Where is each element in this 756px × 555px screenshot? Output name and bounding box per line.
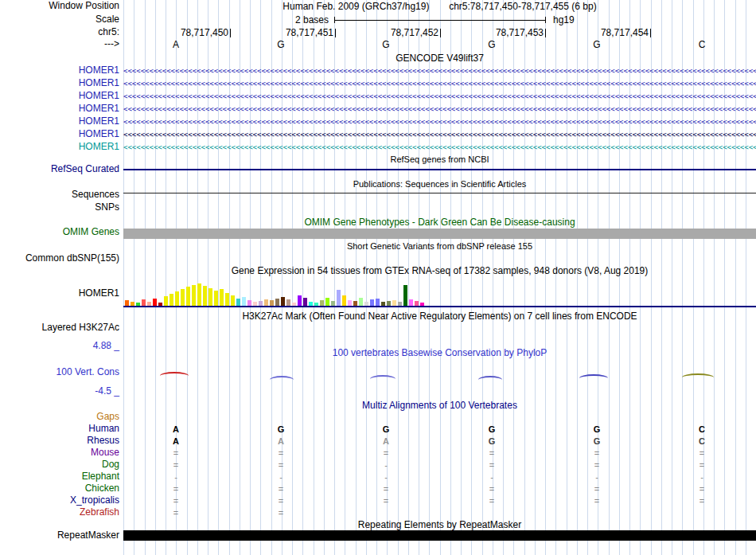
- gene-track-row[interactable]: <<<<<<<<<<<<<<<<<<<<<<<<<<<<<<<<<<<<<<<<…: [123, 129, 756, 140]
- gene-track-row[interactable]: <<<<<<<<<<<<<<<<<<<<<<<<<<<<<<<<<<<<<<<<…: [123, 116, 756, 127]
- gtex-tissue-bar[interactable]: [170, 294, 173, 306]
- gtex-tissue-bar[interactable]: [281, 297, 285, 306]
- alignment-token: =: [274, 483, 288, 494]
- species-label[interactable]: Human: [88, 424, 119, 434]
- gtex-tissue-bar[interactable]: [320, 300, 324, 306]
- repeatmasker-track-title: Repeating Elements by RepeatMasker: [123, 519, 756, 530]
- gtex-tissue-bar[interactable]: [409, 299, 413, 306]
- gtex-tissue-bar[interactable]: [325, 298, 329, 306]
- base-letter: A: [168, 39, 184, 50]
- refseq-gene-bar[interactable]: [123, 169, 756, 170]
- gtex-tissue-bar[interactable]: [337, 290, 341, 306]
- phylop-track-label[interactable]: 100 Vert. Cons: [57, 367, 119, 377]
- gtex-tissue-bar[interactable]: [203, 286, 207, 306]
- gene-track-label[interactable]: HOMER1: [79, 78, 119, 88]
- gtex-tissue-bar[interactable]: [348, 300, 352, 306]
- gtex-tissue-bar[interactable]: [392, 300, 396, 306]
- gtex-tissue-bar[interactable]: [214, 291, 218, 306]
- gene-track-row[interactable]: <<<<<<<<<<<<<<<<<<<<<<<<<<<<<<<<<<<<<<<<…: [123, 142, 756, 153]
- coordinate-tick: [440, 29, 441, 37]
- refseq-track-label[interactable]: RefSeq Curated: [51, 164, 119, 174]
- species-label[interactable]: Chicken: [85, 483, 119, 494]
- gtex-tissue-bar[interactable]: [370, 299, 374, 306]
- window-position-label: Window Position: [49, 1, 119, 11]
- gtex-tissue-bar[interactable]: [164, 296, 168, 306]
- gtex-tissue-bar[interactable]: [275, 299, 279, 306]
- gtex-tissue-bar[interactable]: [376, 299, 380, 306]
- gene-track-label[interactable]: HOMER1: [79, 116, 119, 127]
- repeatmasker-bar[interactable]: [123, 530, 756, 541]
- species-label[interactable]: Zebrafish: [80, 507, 119, 518]
- gene-track-row[interactable]: <<<<<<<<<<<<<<<<<<<<<<<<<<<<<<<<<<<<<<<<…: [123, 78, 756, 89]
- gtex-tissue-bar[interactable]: [270, 300, 274, 306]
- gtex-tissue-bar[interactable]: [208, 288, 212, 306]
- gtex-tissue-bar[interactable]: [286, 299, 290, 306]
- gtex-tissue-bar[interactable]: [220, 289, 224, 306]
- gtex-tissue-bar[interactable]: [153, 299, 157, 306]
- gtex-tissue-bar[interactable]: [181, 289, 185, 306]
- alignment-token: =: [379, 448, 393, 459]
- gene-track-label[interactable]: HOMER1: [79, 129, 119, 139]
- dbsnp-track-label[interactable]: Common dbSNP(155): [25, 253, 119, 264]
- gtex-tissue-bar[interactable]: [247, 300, 251, 306]
- gtex-tissue-bar[interactable]: [242, 297, 246, 306]
- gtex-tissue-bar[interactable]: [303, 298, 307, 306]
- alignment-token: =: [169, 459, 183, 471]
- omim-gene-bar[interactable]: [123, 229, 756, 239]
- gtex-tissue-bar[interactable]: [298, 295, 302, 306]
- gtex-tissue-bar[interactable]: [175, 291, 179, 306]
- snps-track-label[interactable]: SNPs: [95, 202, 119, 213]
- phylop-max-label: 4.88 _: [93, 341, 119, 351]
- gene-track-row[interactable]: <<<<<<<<<<<<<<<<<<<<<<<<<<<<<<<<<<<<<<<<…: [123, 104, 756, 115]
- omim-track-label[interactable]: OMIM Genes: [63, 227, 119, 237]
- h3k27ac-track-label[interactable]: Layered H3K27Ac: [42, 322, 119, 333]
- gtex-tissue-bar[interactable]: [197, 283, 201, 306]
- assembly-tag: hg19: [553, 14, 575, 25]
- gtex-tissue-bar[interactable]: [225, 293, 229, 306]
- gtex-tissue-bar[interactable]: [236, 299, 240, 306]
- species-label[interactable]: Gaps: [96, 412, 119, 422]
- gene-track-label[interactable]: HOMER1: [79, 65, 119, 76]
- gtex-tissue-bar[interactable]: [125, 300, 129, 306]
- coordinate-label: 78,717,453: [456, 27, 544, 38]
- gene-track-label[interactable]: HOMER1: [79, 142, 119, 152]
- gene-track-label[interactable]: HOMER1: [79, 104, 119, 114]
- repeatmasker-track-label[interactable]: RepeatMasker: [57, 530, 119, 541]
- gtex-tissue-bar[interactable]: [231, 295, 235, 306]
- alignment-token: C: [695, 436, 709, 447]
- publications-bar[interactable]: [123, 193, 756, 193]
- gtex-tissue-bar[interactable]: [186, 287, 190, 306]
- alignment-token: A: [169, 424, 183, 435]
- alignment-token: G: [590, 424, 604, 435]
- alignment-token: =: [169, 495, 183, 506]
- sequences-track-label[interactable]: Sequences: [72, 190, 119, 200]
- coordinate-label: 78,717,452: [351, 27, 438, 38]
- gtex-tissue-bar[interactable]: [403, 285, 407, 306]
- alignment-token: =: [274, 448, 288, 459]
- alignment-token: =: [695, 448, 709, 459]
- alignment-token: =: [695, 483, 709, 494]
- alignment-token: =: [695, 459, 709, 471]
- base-letter: G: [484, 39, 500, 50]
- gene-track-label[interactable]: HOMER1: [79, 91, 119, 101]
- species-label[interactable]: Dog: [102, 459, 119, 470]
- species-label[interactable]: Mouse: [91, 448, 119, 458]
- alignment-token: G: [485, 424, 499, 435]
- alignment-token: A: [274, 436, 288, 447]
- track-labels-column: Window Position Scale chr5: ---> RefSeq …: [0, 0, 123, 555]
- base-letter: G: [273, 39, 289, 50]
- alignment-token: =: [590, 483, 604, 494]
- gtex-tissue-bar[interactable]: [142, 299, 146, 306]
- gtex-tissue-bar[interactable]: [342, 295, 346, 306]
- species-label[interactable]: Elephant: [82, 471, 119, 482]
- gtex-tissue-bar[interactable]: [359, 298, 363, 306]
- gene-track-row[interactable]: <<<<<<<<<<<<<<<<<<<<<<<<<<<<<<<<<<<<<<<<…: [123, 65, 756, 76]
- species-label[interactable]: X_tropicalis: [70, 495, 119, 506]
- gtex-tissue-bar[interactable]: [264, 299, 268, 306]
- species-label[interactable]: Rhesus: [87, 436, 119, 446]
- gene-track-row[interactable]: <<<<<<<<<<<<<<<<<<<<<<<<<<<<<<<<<<<<<<<<…: [123, 91, 756, 102]
- gtex-gene-label[interactable]: HOMER1: [79, 288, 119, 299]
- alignment-token: =: [169, 448, 183, 459]
- gtex-tissue-bar[interactable]: [192, 285, 196, 306]
- coordinate-tick: [545, 29, 546, 37]
